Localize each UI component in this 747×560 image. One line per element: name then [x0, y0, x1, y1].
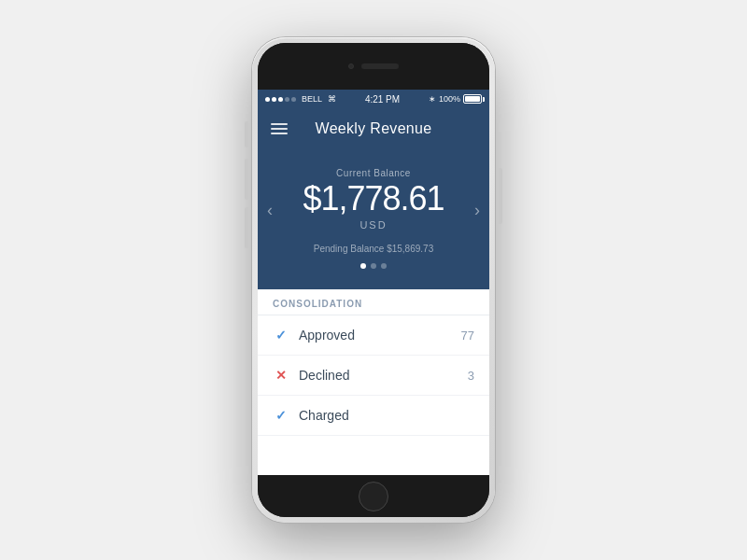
- approved-label: Approved: [299, 328, 461, 343]
- balance-label: Current Balance: [286, 168, 461, 178]
- battery-fill: [465, 96, 480, 102]
- wifi-icon: ⌘: [328, 94, 336, 104]
- battery-icon: [463, 94, 482, 104]
- signal-dot-2: [272, 97, 276, 102]
- approved-icon: ✓: [273, 327, 289, 343]
- page-dot-1[interactable]: [360, 263, 366, 269]
- signal-strength: [265, 97, 296, 102]
- camera-row: [348, 63, 399, 69]
- mute-button: [245, 121, 248, 147]
- pending-balance: Pending Balance $15,869.73: [286, 244, 461, 254]
- page-indicators: [286, 263, 461, 280]
- balance-amount: $1,778.61: [286, 182, 461, 216]
- section-header: CONSOLIDATION: [258, 289, 489, 315]
- status-right: ∗ 100%: [429, 94, 482, 104]
- earpiece-speaker: [361, 63, 399, 69]
- phone-screen: BELL ⌘ 4:21 PM ∗ 100%: [258, 43, 489, 517]
- home-button[interactable]: [359, 482, 388, 511]
- balance-section: ‹ › Current Balance $1,778.61 USD Pendin…: [258, 149, 489, 289]
- balance-currency: USD: [286, 219, 461, 231]
- signal-dot-1: [265, 97, 270, 102]
- declined-count: 3: [468, 369, 474, 383]
- page-dot-2[interactable]: [371, 263, 376, 269]
- signal-dot-3: [278, 97, 283, 102]
- hamburger-line-2: [271, 128, 288, 130]
- signal-dot-4: [285, 97, 289, 102]
- prev-arrow[interactable]: ‹: [267, 201, 273, 220]
- list-item-declined[interactable]: ✕ Declined 3: [258, 356, 489, 396]
- signal-dot-5: [291, 97, 296, 102]
- app-header: Weekly Revenue: [258, 108, 489, 149]
- bluetooth-icon: ∗: [429, 94, 436, 104]
- hamburger-button[interactable]: [271, 123, 288, 134]
- power-button: [499, 168, 502, 224]
- list-item-charged[interactable]: ✓ Charged: [258, 396, 489, 436]
- next-arrow[interactable]: ›: [474, 201, 480, 220]
- battery-percent: 100%: [439, 94, 460, 104]
- bottom-bezel: [258, 475, 489, 517]
- hamburger-line-3: [271, 133, 288, 134]
- status-left: BELL ⌘: [265, 94, 336, 104]
- volume-down-button: [245, 207, 248, 248]
- declined-icon: ✕: [273, 367, 289, 384]
- approved-count: 77: [461, 329, 474, 343]
- carrier-name: BELL: [302, 94, 322, 104]
- top-bezel: [258, 43, 489, 90]
- page-dot-3[interactable]: [381, 263, 387, 269]
- consolidation-section: CONSOLIDATION ✓ Approved 77 ✕ Declined 3: [258, 289, 489, 475]
- charged-icon: ✓: [273, 407, 289, 424]
- page-title: Weekly Revenue: [316, 120, 432, 137]
- app-screen: BELL ⌘ 4:21 PM ∗ 100%: [258, 43, 489, 517]
- hamburger-line-1: [271, 123, 288, 125]
- status-bar: BELL ⌘ 4:21 PM ∗ 100%: [258, 90, 489, 108]
- front-camera: [348, 63, 354, 69]
- phone-frame: BELL ⌘ 4:21 PM ∗ 100%: [252, 37, 495, 523]
- list-item-approved[interactable]: ✓ Approved 77: [258, 315, 489, 356]
- declined-label: Declined: [299, 368, 468, 383]
- volume-up-button: [245, 159, 248, 200]
- charged-label: Charged: [299, 408, 474, 423]
- status-time: 4:21 PM: [365, 94, 400, 105]
